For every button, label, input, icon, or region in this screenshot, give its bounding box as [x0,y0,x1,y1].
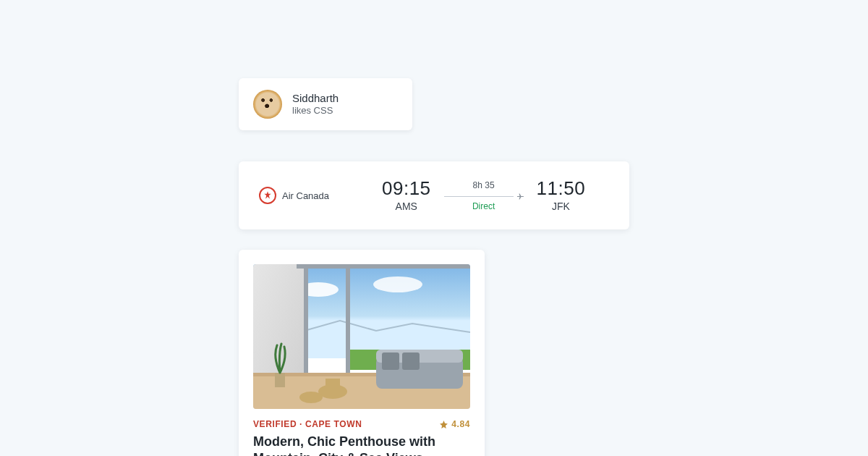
svg-rect-7 [297,264,470,269]
route-line [444,193,524,200]
listing-photo [253,264,470,409]
depart-time: 09:15 [382,179,431,198]
depart-code: AMS [382,200,431,212]
listing-verified-tag: VERIFIED · CAPE TOWN [253,419,362,429]
svg-point-16 [299,392,323,403]
svg-point-2 [373,276,422,292]
star-icon [439,420,448,429]
profile-avatar [253,90,282,119]
plane-icon [516,192,525,200]
svg-rect-15 [326,379,340,392]
flight-stops: Direct [444,201,524,211]
profile-card: Siddharth likes CSS [239,78,412,130]
listing-title: Modern, Chic Penthouse with Mountain, Ci… [253,434,470,456]
depart-block: 09:15 AMS [382,179,431,212]
route-middle: 8h 35 Direct [444,180,524,211]
arrive-block: 11:50 JFK [537,179,586,212]
listing-card: VERIFIED · CAPE TOWN 4.84 Modern, Chic P… [239,250,485,456]
svg-rect-13 [402,352,420,370]
svg-rect-17 [275,373,285,387]
flight-card: Air Canada 09:15 AMS 8h 35 Direct 11:50 … [239,161,629,229]
profile-subtitle: likes CSS [292,105,339,117]
listing-rating-value: 4.84 [451,419,470,429]
svg-rect-12 [382,352,399,370]
profile-name: Siddharth [292,91,339,106]
profile-text-block: Siddharth likes CSS [292,91,339,117]
airline-block: Air Canada [259,187,382,204]
arrive-code: JFK [537,200,586,212]
flight-duration: 8h 35 [444,180,524,190]
airline-name: Air Canada [282,190,329,201]
arrive-time: 11:50 [537,179,586,198]
listing-rating: 4.84 [439,419,470,429]
airline-logo-icon [259,187,276,204]
flight-times: 09:15 AMS 8h 35 Direct 11:50 JFK [382,179,585,212]
listing-meta-row: VERIFIED · CAPE TOWN 4.84 [253,419,470,429]
